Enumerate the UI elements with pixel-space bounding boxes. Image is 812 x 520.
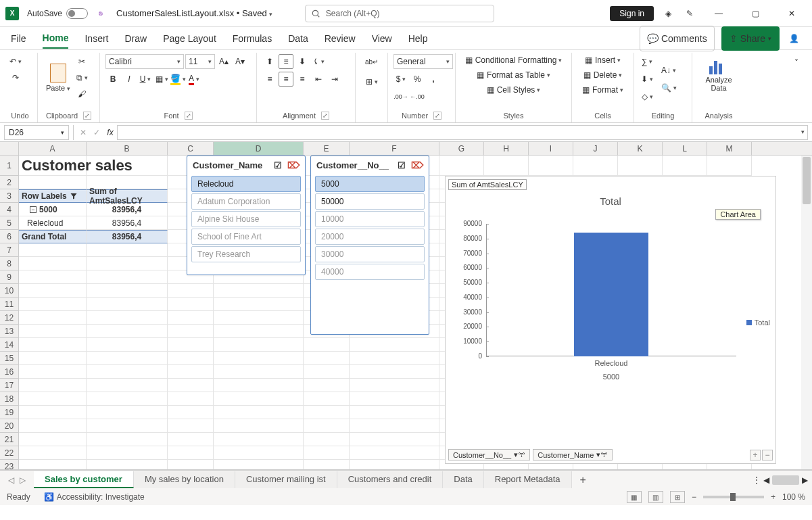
- slicer-item[interactable]: 20000: [315, 229, 425, 245]
- slicer-item[interactable]: School of Fine Art: [191, 229, 301, 245]
- accounting-format-button[interactable]: $: [393, 72, 408, 87]
- horizontal-scrollbar[interactable]: [772, 475, 799, 485]
- analyze-data-button[interactable]: Analyze Data: [698, 54, 740, 93]
- borders-button[interactable]: ▦: [154, 72, 169, 87]
- worksheet-area[interactable]: ABCDEFGHIJKLM 12345678910111213141516171…: [0, 142, 812, 470]
- fill-color-button[interactable]: 🪣: [170, 72, 185, 87]
- clear-button[interactable]: ◇: [640, 89, 654, 104]
- row-header-2[interactable]: 2: [0, 176, 18, 189]
- font-dialog-launcher[interactable]: ⤢: [185, 112, 193, 120]
- col-header-I[interactable]: I: [529, 142, 573, 155]
- conditional-formatting-button[interactable]: ▦Conditional Formatting: [461, 54, 566, 66]
- chart-measure-label[interactable]: Sum of AmtSalesLCY: [448, 179, 527, 190]
- cancel-formula-button[interactable]: ✕: [76, 125, 90, 140]
- slicer-item[interactable]: 10000: [315, 211, 425, 227]
- signin-button[interactable]: Sign in: [610, 6, 654, 21]
- row-header-12[interactable]: 12: [0, 311, 18, 325]
- vertical-scrollbar[interactable]: [801, 156, 812, 469]
- menu-formulas[interactable]: Formulas: [233, 29, 272, 48]
- row-headers[interactable]: 1234567891011121314151617181920212223: [0, 156, 19, 470]
- toggle-off-icon[interactable]: [66, 8, 88, 19]
- diamond-icon[interactable]: ◈: [661, 6, 675, 21]
- menu-view[interactable]: View: [372, 29, 392, 48]
- row-header-11[interactable]: 11: [0, 298, 18, 311]
- row-header-18[interactable]: 18: [0, 392, 18, 406]
- col-header-J[interactable]: J: [573, 142, 618, 155]
- decrease-font-button[interactable]: A▾: [233, 54, 247, 69]
- chart-filter-customer-name[interactable]: Customer_Name▾🝖: [533, 449, 613, 460]
- chart-expand-button[interactable]: +: [750, 450, 761, 460]
- tab-next-button[interactable]: ▷: [20, 475, 26, 485]
- clear-filter-icon[interactable]: ⌦: [287, 160, 300, 170]
- menu-insert[interactable]: Insert: [85, 29, 108, 48]
- row-header-19[interactable]: 19: [0, 406, 18, 419]
- chart-title[interactable]: Total: [446, 195, 775, 207]
- page-break-view-button[interactable]: ⊞: [670, 491, 685, 503]
- col-header-H[interactable]: H: [484, 142, 529, 155]
- increase-decimal-button[interactable]: .00→: [393, 89, 408, 104]
- search-input[interactable]: Search (Alt+Q): [305, 5, 494, 22]
- chart-bar[interactable]: [574, 233, 648, 356]
- paste-button[interactable]: Paste: [43, 62, 73, 93]
- comma-format-button[interactable]: ,: [426, 72, 441, 87]
- orientation-button[interactable]: ⤹: [311, 54, 326, 69]
- slicer-item[interactable]: 40000: [315, 264, 425, 280]
- select-all-corner[interactable]: [0, 142, 19, 155]
- clear-filter-icon[interactable]: ⌦: [411, 160, 423, 170]
- filename-label[interactable]: CustomerSalesListLayout.xlsx • Saved: [116, 8, 272, 18]
- pivot-row-labels-header[interactable]: Row Labels: [19, 189, 87, 203]
- zoom-slider[interactable]: [703, 496, 764, 498]
- row-header-4[interactable]: 4: [0, 203, 18, 216]
- slicer-item[interactable]: Trey Research: [191, 246, 301, 262]
- name-box[interactable]: D26▾: [4, 125, 69, 140]
- decrease-decimal-button[interactable]: ←.00: [410, 89, 425, 104]
- row-header-7[interactable]: 7: [0, 243, 18, 257]
- insert-cells-button[interactable]: ▦Insert: [577, 54, 628, 66]
- row-header-15[interactable]: 15: [0, 352, 18, 365]
- sheet-tab[interactable]: Data: [443, 471, 483, 488]
- cut-button[interactable]: ✂: [74, 54, 89, 69]
- menu-data[interactable]: Data: [288, 29, 308, 48]
- number-format-combo[interactable]: General▾: [393, 54, 453, 69]
- align-bottom-button[interactable]: ⬇: [295, 54, 310, 69]
- row-header-6[interactable]: 6: [0, 230, 18, 243]
- user-icon[interactable]: 👤: [786, 31, 801, 46]
- row-header-20[interactable]: 20: [0, 419, 18, 433]
- chart-filter-customer-no[interactable]: Customer__No__▾🝖: [448, 449, 530, 460]
- accessibility-status[interactable]: ♿ Accessibility: Investigate: [44, 492, 145, 502]
- align-left-button[interactable]: ≡: [262, 72, 277, 87]
- align-right-button[interactable]: ≡: [295, 72, 310, 87]
- sheet-tab[interactable]: Sales by customer: [34, 471, 134, 488]
- italic-button[interactable]: I: [122, 72, 137, 87]
- row-header-10[interactable]: 10: [0, 284, 18, 298]
- row-header-9[interactable]: 9: [0, 270, 18, 284]
- minimize-button[interactable]: —: [704, 3, 734, 24]
- sheet-tab[interactable]: Customers and credit: [337, 471, 444, 488]
- comments-button[interactable]: 💬 Comments: [640, 26, 715, 51]
- col-header-F[interactable]: F: [350, 142, 439, 155]
- decrease-indent-button[interactable]: ⇤: [311, 72, 326, 87]
- copy-button[interactable]: ⧉: [74, 70, 89, 85]
- column-headers[interactable]: ABCDEFGHIJKLM: [0, 142, 812, 156]
- font-size-combo[interactable]: 11▾: [185, 54, 215, 69]
- share-button[interactable]: ⇪ Share ▾: [721, 26, 780, 51]
- menu-review[interactable]: Review: [325, 29, 356, 48]
- font-name-combo[interactable]: Calibri▾: [105, 54, 184, 69]
- number-dialog-launcher[interactable]: ⤢: [433, 112, 441, 120]
- row-header-8[interactable]: 8: [0, 257, 18, 270]
- row-header-16[interactable]: 16: [0, 365, 18, 379]
- increase-font-button[interactable]: A▴: [216, 54, 231, 69]
- col-header-K[interactable]: K: [618, 142, 663, 155]
- format-cells-button[interactable]: ▦Format: [577, 84, 628, 96]
- row-header-5[interactable]: 5: [0, 216, 18, 230]
- align-center-button[interactable]: ≡: [279, 72, 293, 87]
- expand-formula-bar-icon[interactable]: ▾: [801, 128, 805, 135]
- coming-soon-icon[interactable]: ✎: [682, 6, 697, 21]
- menu-help[interactable]: Help: [408, 29, 428, 48]
- merge-center-button[interactable]: ⊞: [364, 74, 379, 89]
- sheet-tab[interactable]: Report Metadata: [484, 471, 572, 488]
- col-header-L[interactable]: L: [663, 142, 707, 155]
- sort-filter-button[interactable]: A↓: [661, 63, 676, 78]
- format-painter-button[interactable]: 🖌: [74, 87, 89, 101]
- tab-menu-button[interactable]: ⋮: [753, 475, 761, 485]
